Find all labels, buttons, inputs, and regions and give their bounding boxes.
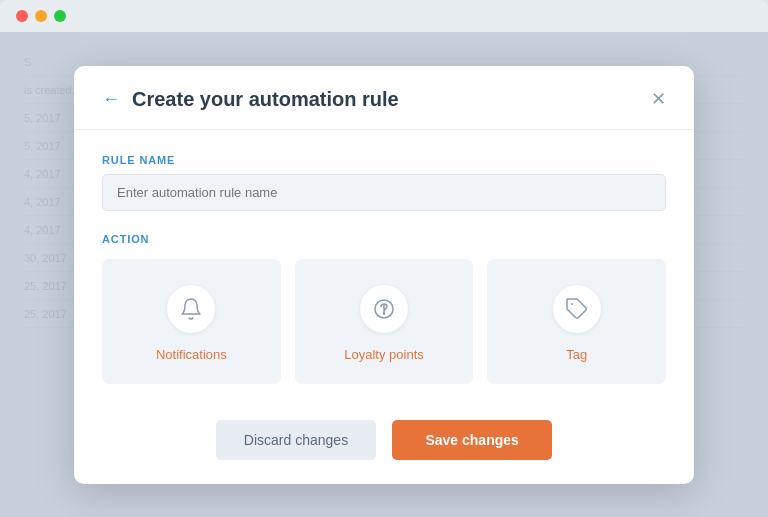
modal-footer: Discard changes Save changes	[74, 404, 694, 484]
action-cards: Notifications Loyalty points	[102, 259, 666, 384]
rule-name-input[interactable]	[102, 174, 666, 211]
modal-overlay: ← Create your automation rule ✕ RULE NAM…	[0, 32, 768, 517]
action-card-notifications[interactable]: Notifications	[102, 259, 281, 384]
notifications-icon-wrap	[167, 285, 215, 333]
back-icon[interactable]: ←	[102, 90, 120, 108]
loyalty-icon-wrap	[360, 285, 408, 333]
action-label: ACTION	[102, 233, 666, 245]
close-traffic-light[interactable]	[16, 10, 28, 22]
modal-title-group: ← Create your automation rule	[102, 88, 399, 111]
modal-body: RULE NAME ACTION Notifications	[74, 130, 694, 404]
rule-name-label: RULE NAME	[102, 154, 666, 166]
loyalty-icon	[372, 297, 396, 321]
loyalty-points-label: Loyalty points	[344, 347, 424, 362]
svg-point-1	[384, 313, 385, 314]
tag-icon-wrap	[553, 285, 601, 333]
notifications-label: Notifications	[156, 347, 227, 362]
action-card-tag[interactable]: Tag	[487, 259, 666, 384]
tag-label: Tag	[566, 347, 587, 362]
automation-rule-modal: ← Create your automation rule ✕ RULE NAM…	[74, 66, 694, 484]
modal-header: ← Create your automation rule ✕	[74, 66, 694, 130]
modal-title: Create your automation rule	[132, 88, 399, 111]
action-card-loyalty-points[interactable]: Loyalty points	[295, 259, 474, 384]
close-icon[interactable]: ✕	[651, 90, 666, 108]
window-chrome	[0, 0, 768, 32]
app-background: S is created. 5, 2017 5, 2017 4, 2017 4,…	[0, 32, 768, 517]
minimize-traffic-light[interactable]	[35, 10, 47, 22]
discard-changes-button[interactable]: Discard changes	[216, 420, 376, 460]
save-changes-button[interactable]: Save changes	[392, 420, 552, 460]
bell-icon	[179, 297, 203, 321]
maximize-traffic-light[interactable]	[54, 10, 66, 22]
tag-icon	[565, 297, 589, 321]
